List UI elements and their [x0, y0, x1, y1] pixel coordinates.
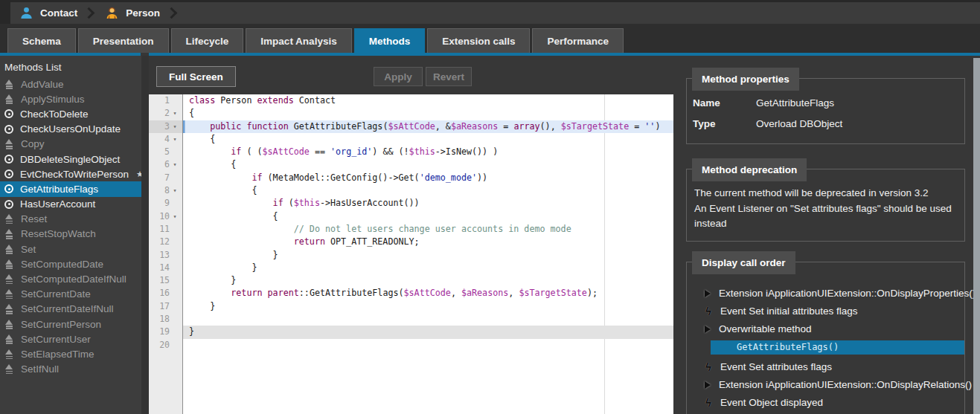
- code-token: );: [587, 288, 598, 298]
- code-token: $sAttCode: [404, 288, 451, 298]
- code-token: // Do not let users change user accounts…: [294, 224, 571, 234]
- sidebar-splitter[interactable]: [141, 56, 149, 414]
- person-blue-icon: [19, 6, 33, 20]
- line-number: 19: [149, 326, 170, 338]
- code-token: ->HasUserAccount()): [320, 198, 420, 208]
- tab-methods[interactable]: Methods: [354, 28, 426, 53]
- editor-line-3[interactable]: public function GetAttributeFlags($sAttC…: [183, 120, 673, 133]
- call-order-label: Event Set initial attributes flags: [720, 305, 858, 317]
- code-token: ==: [310, 146, 330, 157]
- editor-line-20[interactable]: [183, 339, 673, 352]
- editor-line-17[interactable]: }: [183, 300, 673, 313]
- tab-presentation[interactable]: Presentation: [78, 28, 169, 53]
- sidebar-item-checktodelete[interactable]: CheckToDelete: [0, 106, 141, 121]
- chevron-right-icon: [166, 7, 178, 19]
- editor-line-4[interactable]: {: [183, 133, 673, 146]
- tab-performance[interactable]: Performance: [532, 28, 624, 53]
- editor-line-2[interactable]: {: [183, 107, 673, 120]
- sidebar-item-setelapsedtime[interactable]: SetElapsedTime: [0, 346, 141, 361]
- inherited-method-icon: [4, 349, 14, 359]
- sidebar-item-setcurrentuser[interactable]: SetCurrentUser: [0, 331, 141, 346]
- breadcrumb-label: Person: [126, 7, 160, 19]
- sidebar-item-setifnull[interactable]: SetIfNull: [0, 362, 141, 377]
- sidebar-item-resetstopwatch[interactable]: ResetStopWatch: [0, 227, 141, 242]
- editor-line-9[interactable]: if ($this->HasUserAccount()): [183, 197, 673, 210]
- gutter-line-10: 10▾: [149, 210, 182, 223]
- editor-line-7[interactable]: if (MetaModel::GetConfig()->Get('demo_mo…: [183, 172, 673, 184]
- fold-arrow-icon[interactable]: ▾: [170, 184, 180, 197]
- sidebar-item-set[interactable]: Set: [0, 242, 141, 256]
- sidebar-item-setcurrentdate[interactable]: SetCurrentDate: [0, 287, 141, 302]
- vertical-scrollbar[interactable]: [973, 58, 980, 414]
- code-token: ::GetAttributeFlags(: [299, 288, 404, 298]
- code-token: ) && (!: [372, 146, 409, 157]
- sidebar-item-dbdeletesingleobject[interactable]: DBDeleteSingleObject: [0, 152, 141, 166]
- editor-line-10[interactable]: {: [183, 210, 673, 223]
- sidebar-item-setcurrentdateifnull[interactable]: SetCurrentDateIfNull: [0, 302, 141, 317]
- call-order-item-extension-iapplicationuiextension-ondisplayproperties[interactable]: Extension iApplicationUIExtension::OnDis…: [687, 285, 964, 303]
- apply-button[interactable]: Apply: [374, 67, 423, 86]
- sidebar-item-label: SetElapsedTime: [21, 349, 95, 360]
- sidebar-item-setcomputeddate[interactable]: SetComputedDate: [0, 256, 141, 271]
- editor-line-16[interactable]: return parent::GetAttributeFlags($sAttCo…: [183, 287, 673, 300]
- editor-line-18[interactable]: [183, 313, 673, 326]
- tab-extension-calls[interactable]: Extension calls: [427, 28, 530, 53]
- gutter-line-11: 11: [149, 223, 182, 236]
- editor-line-15[interactable]: }: [183, 274, 673, 287]
- revert-button[interactable]: Revert: [426, 67, 472, 86]
- tab-bar: SchemaPresentationLifecycleImpact Analys…: [0, 24, 980, 53]
- call-order-item-event-set-initial-attributes-flags[interactable]: ϟEvent Set initial attributes flags: [687, 303, 964, 320]
- editor-line-8[interactable]: {: [183, 184, 673, 197]
- call-order-item-event-set-attributes-flags[interactable]: ϟEvent Set attributes flags: [687, 358, 964, 376]
- editor-line-1[interactable]: class Person extends Contact: [183, 94, 673, 107]
- sidebar-item-copy[interactable]: Copy: [0, 137, 141, 152]
- code-token: {: [189, 185, 257, 195]
- editor-line-13[interactable]: }: [183, 249, 673, 262]
- code-token: $aReasons: [461, 288, 508, 298]
- fold-arrow-icon[interactable]: ▾: [170, 210, 180, 223]
- sidebar-item-checkusersonupdate[interactable]: CheckUsersOnUpdate: [0, 122, 141, 137]
- details-panel: Method properties NameGetAttributeFlagsT…: [673, 56, 973, 414]
- code-token: if: [273, 198, 284, 208]
- sidebar-item-setcurrentperson[interactable]: SetCurrentPerson: [0, 317, 141, 331]
- breadcrumb-item-contact[interactable]: Contact: [16, 6, 80, 20]
- overload-method-icon: [4, 184, 13, 193]
- fold-arrow-icon[interactable]: ▾: [170, 107, 180, 120]
- code-token: GetAttributeFlags(: [289, 121, 388, 132]
- sidebar-item-reset[interactable]: Reset: [0, 212, 141, 227]
- breadcrumb-item-person[interactable]: Person: [102, 6, 163, 20]
- call-order-method-getattributeflags[interactable]: GetAttributeFlags(): [711, 340, 964, 355]
- sidebar-item-label: GetAttributeFlags: [20, 184, 98, 195]
- tab-schema[interactable]: Schema: [7, 28, 76, 53]
- editor-code[interactable]: class Person extends Contact{ public fun…: [183, 94, 673, 414]
- sidebar-item-hasuseraccount[interactable]: HasUserAccount: [0, 197, 141, 212]
- editor-line-6[interactable]: {: [183, 158, 673, 171]
- call-order-item-extension-iapplicationuiextension-ondisplayrelations[interactable]: Extension iApplicationUIExtension::OnDis…: [687, 376, 964, 394]
- fold-arrow-icon[interactable]: ▾: [170, 133, 180, 146]
- call-order-label: Event Set attributes flags: [720, 361, 832, 372]
- editor-line-5[interactable]: if ( ($sAttCode == 'org_id') && (!$this-…: [183, 146, 673, 158]
- tab-impact-analysis[interactable]: Impact Analysis: [246, 28, 351, 53]
- sidebar-item-label: DBDeleteSingleObject: [20, 154, 120, 165]
- sidebar-item-evtchecktowriteperson[interactable]: EvtCheckToWritePerson★: [0, 166, 141, 181]
- call-order-item-overwritable-method[interactable]: Overwritable method: [687, 320, 964, 338]
- editor-line-12[interactable]: return OPT_ATT_READONLY;: [183, 236, 673, 248]
- editor-line-11[interactable]: // Do not let users change user accounts…: [183, 223, 673, 236]
- sidebar-item-addvalue[interactable]: AddValue: [0, 77, 141, 91]
- sidebar-item-applystimulus[interactable]: ApplyStimulus: [0, 91, 141, 106]
- code-token: {: [189, 211, 278, 221]
- sidebar-item-setcomputeddateifnull[interactable]: SetComputedDateIfNull: [0, 271, 141, 286]
- code-token: {: [189, 108, 194, 118]
- tab-lifecycle[interactable]: Lifecycle: [171, 28, 244, 53]
- sidebar-item-getattributeflags[interactable]: GetAttributeFlags: [0, 181, 141, 196]
- editor-line-14[interactable]: }: [183, 262, 673, 274]
- fold-arrow-icon[interactable]: ▾: [170, 158, 180, 171]
- code-token: ,: [451, 288, 461, 298]
- fold-arrow-icon[interactable]: ▾: [170, 120, 180, 133]
- call-order-item-event-object-displayed[interactable]: ϟEvent Object displayed: [687, 394, 964, 412]
- full-screen-button[interactable]: Full Screen: [156, 66, 236, 87]
- sidebar-item-label: CheckToDelete: [20, 109, 89, 120]
- code-editor[interactable]: 12▾3▾4▾56▾78▾910▾11121314151617181920 cl…: [149, 94, 673, 414]
- code-token: [263, 288, 268, 298]
- editor-line-19[interactable]: }: [183, 326, 673, 338]
